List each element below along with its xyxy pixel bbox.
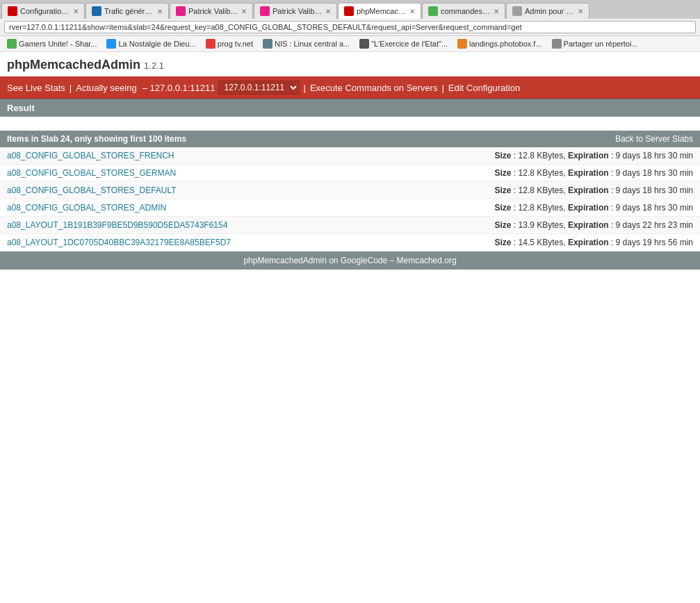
- item-key-cell: a08_CONFIG_GLOBAL_STORES_GERMAN: [0, 165, 370, 182]
- item-meta-cell: Size : 12.8 KBytes, Expiration : 9 days …: [370, 147, 700, 165]
- toolbar: See Live Stats | Actually seeing – 127.0…: [0, 76, 700, 99]
- app-title-text: phpMemcachedAdmin: [7, 58, 140, 72]
- tab-favicon-7: [512, 6, 522, 16]
- item-key-link[interactable]: a08_LAYOUT_1DC0705D40BBC39A32179EE8A85BE…: [7, 238, 231, 247]
- see-live-stats-link[interactable]: See Live Stats: [7, 83, 65, 93]
- bookmark-favicon-5: [359, 39, 369, 49]
- browser-tab-7[interactable]: Admin pour Mem... ✕: [506, 3, 589, 19]
- expiration-label: Expiration: [568, 203, 609, 213]
- item-meta-cell: Size : 12.8 KBytes, Expiration : 9 days …: [370, 182, 700, 199]
- execute-commands-link[interactable]: Execute Commands on Servers: [310, 83, 438, 93]
- actually-seeing-link[interactable]: Actually seeing: [76, 83, 136, 93]
- tab-favicon-6: [428, 6, 438, 16]
- tab-favicon-5: [344, 6, 354, 16]
- footer-text: phpMemcachedAdmin on GoogleCode – Memcac…: [243, 256, 456, 265]
- item-key-link[interactable]: a08_LAYOUT_1B191B39F9BE5D9B590D5EDA5743F…: [7, 220, 227, 230]
- table-row: a08_CONFIG_GLOBAL_STORES_GERMANSize : 12…: [0, 165, 700, 182]
- bookmark-3[interactable]: prog tv.net: [202, 38, 257, 50]
- items-table: Items in Slab 24, only showing first 100…: [0, 131, 700, 251]
- bookmark-label-6: landings.photobox.f...: [469, 40, 542, 48]
- tab-label-4: Patrick Valibus - A...: [272, 7, 323, 15]
- bookmark-4[interactable]: NIS : Linux central a...: [259, 38, 354, 50]
- browser-tab-4[interactable]: Patrick Valibus - A... ✕: [254, 3, 337, 19]
- bookmark-favicon-3: [206, 39, 215, 49]
- browser-tab-6[interactable]: commandes me... ✕: [422, 3, 505, 19]
- bookmark-5[interactable]: "L'Exercice de l'Etat"...: [355, 38, 452, 50]
- app-title-bar: phpMemcachedAdmin 1.2.1: [0, 52, 700, 76]
- item-key-cell: a08_CONFIG_GLOBAL_STORES_ADMIN: [0, 199, 370, 217]
- expiration-label: Expiration: [568, 151, 609, 160]
- tab-favicon-3: [176, 6, 186, 16]
- bookmark-favicon-4: [263, 39, 272, 49]
- server-dropdown[interactable]: 127.0.0.1:11211: [218, 81, 300, 94]
- bookmark-label-3: prog tv.net: [218, 40, 253, 48]
- table-row: a08_CONFIG_GLOBAL_STORES_ADMINSize : 12.…: [0, 199, 700, 217]
- item-key-link[interactable]: a08_CONFIG_GLOBAL_STORES_FRENCH: [7, 151, 174, 160]
- item-key-link[interactable]: a08_CONFIG_GLOBAL_STORES_GERMAN: [7, 168, 176, 178]
- tab-close-6[interactable]: ✕: [494, 8, 499, 15]
- tab-label-7: Admin pour Mem...: [525, 7, 575, 15]
- address-bar-input[interactable]: [4, 21, 696, 33]
- item-key-cell: a08_LAYOUT_1DC0705D40BBC39A32179EE8A85BE…: [0, 234, 370, 251]
- expiration-label: Expiration: [568, 238, 609, 247]
- table-row: a08_LAYOUT_1B191B39F9BE5D9B590D5EDA5743F…: [0, 217, 700, 234]
- browser-tab-2[interactable]: Trafic généré par... ✕: [86, 3, 169, 19]
- app-version: 1.2.1: [144, 60, 164, 71]
- page-footer: phpMemcachedAdmin on GoogleCode – Memcac…: [0, 251, 700, 270]
- edit-configuration-link[interactable]: Edit Configuration: [448, 83, 520, 93]
- toolbar-separator-1: |: [70, 83, 72, 93]
- tab-favicon-1: [8, 6, 17, 16]
- items-table-header: Items in Slab 24, only showing first 100…: [0, 131, 700, 147]
- tab-close-5[interactable]: ✕: [409, 8, 415, 15]
- toolbar-separator-3: |: [441, 83, 443, 93]
- expiration-label: Expiration: [568, 220, 609, 230]
- item-key-link[interactable]: a08_CONFIG_GLOBAL_STORES_DEFAULT: [7, 185, 177, 195]
- item-key-cell: a08_CONFIG_GLOBAL_STORES_FRENCH: [0, 147, 370, 165]
- browser-chrome: Configuration / S... ✕ Trafic généré par…: [0, 0, 700, 52]
- expiration-label: Expiration: [568, 185, 609, 195]
- item-key-cell: a08_CONFIG_GLOBAL_STORES_DEFAULT: [0, 182, 370, 199]
- bookmark-favicon-1: [7, 39, 17, 49]
- address-bar-row: [0, 19, 700, 36]
- back-to-server-slabs-link[interactable]: Back to Server Slabs: [370, 131, 700, 147]
- tab-close-7[interactable]: ✕: [578, 8, 583, 15]
- bookmark-label-2: La Nostalgie de Dieu...: [118, 40, 195, 48]
- item-meta-cell: Size : 14.5 KBytes, Expiration : 9 days …: [370, 234, 700, 251]
- browser-tab-1[interactable]: Configuration / S... ✕: [1, 3, 85, 19]
- size-label: Size: [495, 220, 512, 230]
- tab-label-6: commandes me...: [441, 7, 491, 15]
- toolbar-separator-2: |: [304, 83, 306, 93]
- tab-close-3[interactable]: ✕: [241, 8, 247, 15]
- item-key-cell: a08_LAYOUT_1B191B39F9BE5D9B590D5EDA5743F…: [0, 217, 370, 234]
- size-label: Size: [495, 168, 512, 178]
- bookmark-label-7: Partager un répertoi...: [564, 40, 638, 48]
- tab-label-1: Configuration / S...: [20, 7, 70, 15]
- browser-tab-3[interactable]: Patrick Valibus - A... ✕: [170, 3, 253, 19]
- tab-close-1[interactable]: ✕: [73, 8, 79, 15]
- tab-bar: Configuration / S... ✕ Trafic généré par…: [0, 0, 700, 19]
- result-header: Result: [0, 99, 700, 117]
- item-meta-cell: Size : 12.8 KBytes, Expiration : 9 days …: [370, 165, 700, 182]
- table-row: a08_CONFIG_GLOBAL_STORES_DEFAULTSize : 1…: [0, 182, 700, 199]
- bookmark-2[interactable]: La Nostalgie de Dieu...: [102, 38, 200, 50]
- tab-favicon-2: [92, 6, 101, 16]
- expiration-label: Expiration: [568, 168, 609, 178]
- page-content: phpMemcachedAdmin 1.2.1 See Live Stats |…: [0, 52, 700, 270]
- bookmark-label-5: "L'Exercice de l'Etat"...: [371, 40, 448, 48]
- tab-label-3: Patrick Valibus - A...: [188, 7, 238, 15]
- tab-close-2[interactable]: ✕: [157, 8, 163, 15]
- bookmarks-bar: Gamers Unite! - Shar... La Nostalgie de …: [0, 36, 700, 52]
- size-label: Size: [495, 185, 512, 195]
- table-row: a08_CONFIG_GLOBAL_STORES_FRENCHSize : 12…: [0, 147, 700, 165]
- size-label: Size: [495, 238, 512, 247]
- browser-tab-5[interactable]: phpMemcachedA... ✕: [338, 3, 421, 19]
- bookmark-label-1: Gamers Unite! - Shar...: [19, 40, 97, 48]
- bookmark-6[interactable]: landings.photobox.f...: [453, 38, 546, 50]
- bookmark-1[interactable]: Gamers Unite! - Shar...: [3, 38, 101, 50]
- items-header-left: Items in Slab 24, only showing first 100…: [0, 131, 370, 147]
- size-label: Size: [495, 203, 512, 213]
- bookmark-7[interactable]: Partager un répertoi...: [548, 38, 642, 50]
- tab-close-4[interactable]: ✕: [325, 8, 331, 15]
- size-label: Size: [495, 151, 512, 160]
- item-key-link[interactable]: a08_CONFIG_GLOBAL_STORES_ADMIN: [7, 203, 166, 213]
